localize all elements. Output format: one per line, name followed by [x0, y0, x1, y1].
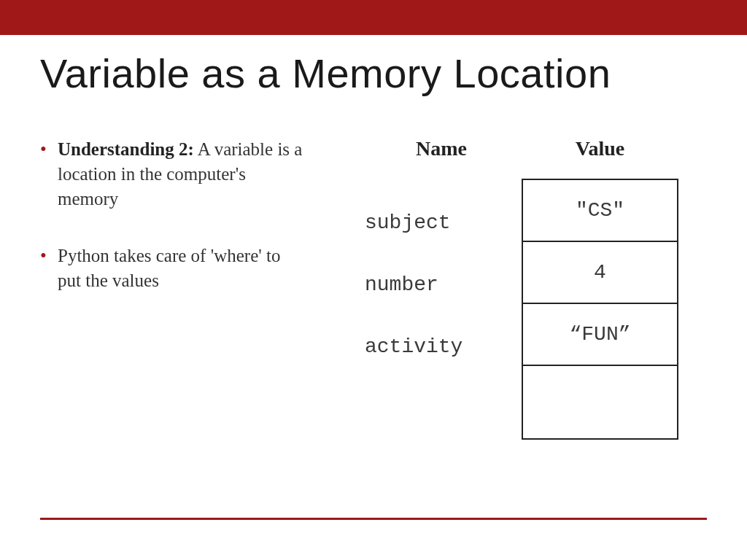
values-column: "CS" 4 “FUN” [522, 179, 678, 440]
slide-title: Variable as a Memory Location [40, 50, 707, 97]
diagram-header: Name Value [361, 137, 707, 160]
memory-cell: “FUN” [523, 304, 677, 366]
variable-name: activity [361, 316, 522, 378]
bullet-text: Python takes care of 'where' to put the … [58, 246, 280, 290]
variable-name [361, 378, 522, 440]
memory-cell: 4 [523, 242, 677, 304]
name-column-header: Name [361, 137, 522, 160]
diagram-body: subject number activity "CS" 4 “FUN” [361, 179, 707, 440]
names-column: subject number activity [361, 179, 522, 440]
top-accent-bar [0, 0, 747, 35]
bullet-item: Understanding 2: A variable is a locatio… [40, 137, 303, 211]
variable-name: number [361, 254, 522, 316]
bullet-list: Understanding 2: A variable is a locatio… [40, 137, 303, 440]
bottom-accent-rule [40, 518, 707, 520]
value-column-header: Value [522, 137, 678, 160]
memory-cell: "CS" [523, 180, 677, 242]
memory-cell [523, 366, 677, 428]
bullet-item: Python takes care of 'where' to put the … [40, 244, 303, 293]
slide-content: Variable as a Memory Location Understand… [0, 35, 747, 440]
bullet-bold: Understanding 2: [58, 139, 194, 159]
body-row: Understanding 2: A variable is a locatio… [40, 137, 707, 440]
variable-name: subject [361, 192, 522, 254]
memory-diagram: Name Value subject number activity "CS" … [347, 137, 707, 440]
